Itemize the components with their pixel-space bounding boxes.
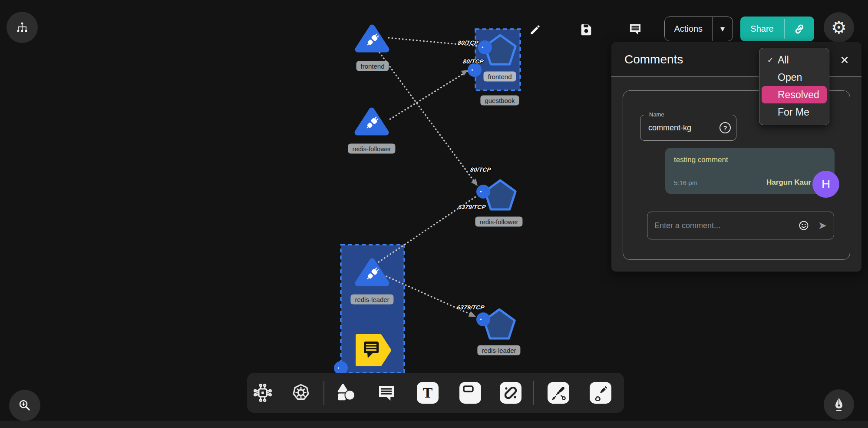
- shapes-icon: [335, 382, 358, 404]
- save-icon: [579, 22, 594, 36]
- caret-down-icon: ▼: [720, 26, 725, 32]
- filter-option-open[interactable]: Open: [759, 69, 829, 86]
- kubernetes-icon: [290, 382, 312, 404]
- comment-author: Hargun Kaur: [766, 178, 811, 187]
- copy-link-button[interactable]: [785, 17, 815, 41]
- smiley-icon: [798, 219, 810, 232]
- help-icon[interactable]: ?: [719, 122, 731, 133]
- pen-path-tool[interactable]: [548, 382, 569, 404]
- label-service-redis-leader: redis-leader: [350, 295, 393, 305]
- filter-option-label: Resolved: [778, 89, 819, 101]
- frame-tool[interactable]: [459, 382, 481, 404]
- actions-button[interactable]: Actions ▼: [664, 17, 733, 41]
- pen-tool-button[interactable]: [824, 389, 854, 420]
- comment-input[interactable]: [647, 221, 796, 230]
- toolbar-divider: [533, 381, 534, 405]
- shape-toolbar: T: [247, 373, 624, 413]
- emoji-button[interactable]: [796, 219, 811, 232]
- filter-option-all[interactable]: ✓ All: [759, 51, 829, 69]
- port-redis-follower[interactable]: [476, 185, 490, 199]
- label-workload-redis-leader: redis-leader: [477, 345, 520, 355]
- comment-time: 5:16 pm: [674, 179, 697, 186]
- hierarchy-view-button[interactable]: [7, 12, 38, 43]
- edge-label-6379-tcp-1: 6379/TCP: [458, 204, 486, 210]
- save-button[interactable]: [578, 21, 594, 37]
- comment-composer: ➤: [647, 212, 834, 239]
- comment-meta: 5:16 pm Hargun Kaur: [674, 178, 811, 187]
- share-label: Share: [740, 17, 784, 41]
- text-glyph: T: [423, 385, 432, 401]
- comment-text: testing comment: [674, 156, 826, 164]
- comment-icon: [628, 22, 643, 36]
- edit-button[interactable]: [527, 21, 544, 38]
- gear-icon: ⚙: [831, 19, 847, 36]
- tree-icon: [16, 21, 29, 34]
- text-tool[interactable]: T: [417, 382, 439, 404]
- edge-label-80-tcp-2: 80/TCP: [462, 58, 484, 65]
- edge-label-80-tcp-1: 80/TCP: [457, 40, 479, 46]
- actions-label: Actions: [665, 17, 712, 41]
- kubernetes-tool[interactable]: [290, 382, 312, 404]
- filter-option-for-me[interactable]: For Me: [759, 103, 829, 121]
- share-button[interactable]: Share: [740, 17, 814, 41]
- actions-caret-button[interactable]: ▼: [713, 17, 733, 41]
- send-icon: ➤: [818, 219, 827, 232]
- name-field-value: comment-kg: [648, 115, 691, 140]
- filter-option-label: Open: [778, 72, 802, 83]
- label-group-guestbook: guestbook: [480, 96, 519, 106]
- comment-item[interactable]: testing comment 5:16 pm Hargun Kaur: [665, 148, 835, 194]
- edge-label-6379-tcp-2: 6379/TCP: [456, 304, 485, 311]
- comments-toggle-button[interactable]: [627, 21, 644, 37]
- label-workload-frontend: frontend: [483, 72, 516, 82]
- zoom-in-icon: [17, 398, 33, 413]
- port-guestbook-80[interactable]: [478, 40, 492, 54]
- pen-nib-icon: [831, 397, 847, 412]
- name-field[interactable]: Name comment-kg ?: [640, 115, 736, 141]
- port-guestbook-80b[interactable]: [468, 63, 482, 77]
- circuit-icon: [252, 382, 273, 403]
- edge-arrowheads: [461, 70, 478, 317]
- filter-option-label: For Me: [778, 106, 809, 118]
- node-service-redis-follower[interactable]: [357, 110, 386, 133]
- port-redis-leader[interactable]: [476, 312, 490, 326]
- settings-button[interactable]: ⚙: [824, 12, 854, 43]
- comments-filter-menu: ✓ All Open Resolved For Me: [759, 48, 829, 125]
- node-workload-redis-follower[interactable]: [485, 180, 515, 209]
- pencil-icon: [528, 23, 542, 36]
- diagram-app: frontend redis-follower redis-leader fro…: [0, 0, 868, 428]
- resources-tool[interactable]: [252, 382, 273, 403]
- send-comment-button[interactable]: ➤: [811, 219, 834, 232]
- scribble-tool[interactable]: [590, 382, 611, 404]
- edge-redis-follower-svc-to-guestbook[interactable]: [389, 71, 468, 119]
- comment-tool[interactable]: [376, 382, 397, 403]
- toolbar-divider: [323, 381, 324, 405]
- filter-option-label: All: [778, 54, 789, 66]
- edge-label-80-tcp-3: 80/TCP: [470, 166, 492, 173]
- comment-icon: [376, 382, 397, 403]
- node-workload-redis-leader[interactable]: [484, 309, 515, 338]
- label-service-redis-follower: redis-follower: [348, 144, 395, 154]
- filter-option-resolved[interactable]: Resolved: [762, 86, 827, 103]
- avatar: H: [812, 171, 839, 198]
- pen-path-icon: [548, 382, 569, 404]
- pencil-scribble-icon: [590, 382, 611, 404]
- frame-icon: [459, 382, 481, 404]
- close-panel-button[interactable]: ✕: [837, 53, 852, 67]
- bottom-band: [0, 421, 868, 428]
- label-workload-redis-follower: redis-follower: [475, 217, 522, 227]
- shapes-tool[interactable]: [335, 382, 358, 404]
- node-service-frontend[interactable]: [358, 27, 386, 50]
- chain-link-icon: [500, 382, 521, 404]
- label-service-frontend: frontend: [356, 61, 389, 71]
- check-icon: ✓: [767, 56, 773, 64]
- close-icon: ✕: [840, 54, 849, 66]
- connector-tool[interactable]: [500, 382, 521, 404]
- zoom-button[interactable]: [9, 390, 40, 421]
- panel-title: Comments: [624, 42, 683, 77]
- text-icon: T: [417, 382, 439, 404]
- link-icon: [793, 23, 806, 36]
